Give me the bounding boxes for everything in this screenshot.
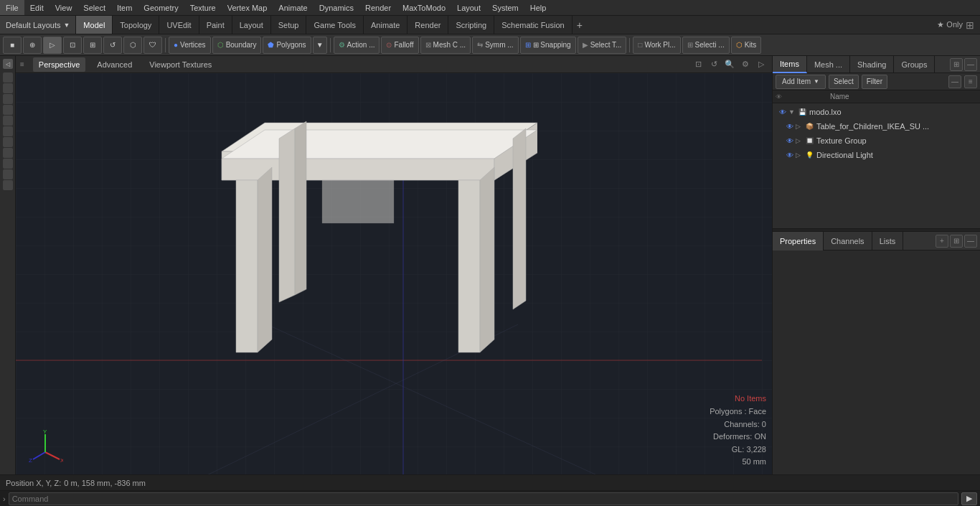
kits-icon: ⬡ xyxy=(736,41,743,49)
viewport-tab-perspective[interactable]: Perspective xyxy=(33,57,85,72)
items-collapse-btn[interactable]: — xyxy=(948,75,961,88)
tree-item-table[interactable]: 👁 ▷ 📦 Table_for_Children_IKEA_SU ... xyxy=(774,119,979,133)
menu-geometry[interactable]: Geometry xyxy=(138,0,184,15)
selecti-btn[interactable]: ⊞ Selecti ... xyxy=(682,37,730,54)
expand-icon-light[interactable]: ▷ xyxy=(796,151,804,159)
panel-collapse-btn[interactable]: — xyxy=(964,58,977,71)
menu-system[interactable]: System xyxy=(486,0,524,15)
polygons-mode-btn[interactable]: ⬟ Polygons xyxy=(263,37,311,54)
add-item-button[interactable]: Add Item ▼ xyxy=(776,75,826,89)
viewport-fit-btn[interactable]: ⊡ xyxy=(692,58,705,71)
svg-marker-15 xyxy=(279,128,295,302)
tool-grid-btn[interactable]: ⊞ xyxy=(83,37,102,54)
eye-icon-table[interactable]: 👁 xyxy=(784,121,796,132)
viewport-tab-advanced[interactable]: Advanced xyxy=(91,57,138,72)
viewport-expand-btn[interactable]: ▷ xyxy=(755,58,768,71)
menu-layout[interactable]: Layout xyxy=(451,0,486,15)
menu-view[interactable]: View xyxy=(50,0,78,15)
tree-item-light[interactable]: 👁 ▷ 💡 Directional Light xyxy=(774,148,979,162)
menu-select[interactable]: Select xyxy=(77,0,111,15)
command-go-button[interactable]: ▶ xyxy=(961,492,977,505)
menu-help[interactable]: Help xyxy=(524,0,552,15)
symmetry-btn[interactable]: ⇆ Symm ... xyxy=(472,37,518,54)
prop-tab-lists[interactable]: Lists xyxy=(872,232,904,250)
sidebar-dot-1 xyxy=(3,72,13,83)
prop-tab-properties[interactable]: Properties xyxy=(773,232,824,250)
viewport-refresh-btn[interactable]: ↺ xyxy=(707,58,720,71)
viewport-tab-textures[interactable]: Viewport Textures xyxy=(143,57,217,72)
col-name-header: Name xyxy=(787,93,977,100)
filter-btn[interactable]: Filter xyxy=(862,75,887,89)
menu-edit[interactable]: Edit xyxy=(24,0,50,15)
boundary-mode-btn[interactable]: ⬡ Boundary xyxy=(212,37,262,54)
items-menu-btn[interactable]: ≡ xyxy=(964,75,977,88)
layout-tab-model[interactable]: Model xyxy=(76,16,113,34)
layout-tab-layout[interactable]: Layout xyxy=(232,16,271,34)
vertices-mode-btn[interactable]: ● Vertices xyxy=(169,37,211,54)
menu-item[interactable]: Item xyxy=(111,0,138,15)
mesh-btn[interactable]: ⊠ Mesh C ... xyxy=(420,37,471,54)
layout-tab-uvedit[interactable]: UVEdit xyxy=(159,16,199,34)
select-btn[interactable]: Select xyxy=(829,75,859,89)
prop-tab-channels[interactable]: Channels xyxy=(824,232,872,250)
expand-icon-root[interactable]: ▼ xyxy=(788,108,797,116)
layout-tab-render[interactable]: Render xyxy=(407,16,448,34)
tool-box-select-btn[interactable]: ⊡ xyxy=(63,37,82,54)
eye-icon-light[interactable]: 👁 xyxy=(784,149,796,161)
menu-texture[interactable]: Texture xyxy=(184,0,222,15)
sidebar-toggle[interactable]: ◁ xyxy=(3,59,13,69)
menu-file[interactable]: File xyxy=(0,0,24,15)
tool-shield-btn[interactable]: 🛡 xyxy=(143,37,162,54)
menu-dynamics[interactable]: Dynamics xyxy=(314,0,359,15)
prop-expand-btn[interactable]: ⊞ xyxy=(950,235,963,248)
workpl-btn[interactable]: □ Work Pl... xyxy=(633,37,680,54)
panel-tab-groups[interactable]: Groups xyxy=(894,56,935,73)
layout-tab-paint[interactable]: Paint xyxy=(199,16,232,34)
expand-icon[interactable]: ⊞ xyxy=(966,19,974,31)
menu-vertexmap[interactable]: Vertex Map xyxy=(222,0,273,15)
sidebar-dot-6 xyxy=(3,126,13,136)
menu-render[interactable]: Render xyxy=(359,0,397,15)
layout-tab-add[interactable]: + xyxy=(573,16,587,34)
tool-globe-btn[interactable]: ⊕ xyxy=(23,37,42,54)
viewport-settings-btn[interactable]: ⚙ xyxy=(739,58,752,71)
action-btn[interactable]: ⚙ Action ... xyxy=(334,37,380,54)
expand-icon-table[interactable]: ▷ xyxy=(796,123,804,130)
command-input[interactable] xyxy=(9,492,958,505)
expand-icon-texture[interactable]: ▷ xyxy=(796,137,804,144)
col-visibility: 👁 xyxy=(776,93,787,100)
tool-select-btn[interactable]: ■ xyxy=(3,37,22,54)
toolbar: ■ ⊕ ▷ ⊡ ⊞ ↺ ⬡ 🛡 ● Vertices ⬡ Boundary ⬟ … xyxy=(0,34,980,56)
eye-icon-texture[interactable]: 👁 xyxy=(784,135,796,146)
layout-tab-animate[interactable]: Animate xyxy=(364,16,407,34)
layout-tab-schematic[interactable]: Schematic Fusion xyxy=(494,16,572,34)
kits-btn[interactable]: ⬡ Kits xyxy=(731,37,762,54)
tree-item-texture[interactable]: 👁 ▷ 🔲 Texture Group xyxy=(774,133,979,148)
eye-icon-root[interactable]: 👁 xyxy=(777,106,788,118)
tool-arrow-btn[interactable]: ▷ xyxy=(43,37,62,54)
svg-marker-17 xyxy=(513,128,526,309)
mode4-btn[interactable]: ▼ xyxy=(313,37,327,54)
layout-dropdown[interactable]: Default Layouts ▼ xyxy=(0,16,76,34)
falloff-btn[interactable]: ⊙ Falloff xyxy=(381,37,418,54)
menu-maxtomodo[interactable]: MaxToModo xyxy=(397,0,451,15)
layout-tab-setup[interactable]: Setup xyxy=(271,16,307,34)
selectt-btn[interactable]: ▶ Select T... xyxy=(578,37,627,54)
panel-tab-shading[interactable]: Shading xyxy=(850,56,894,73)
3d-viewport[interactable]: X Z Y No Items Polygons : Face Channels:… xyxy=(16,73,772,474)
tool-hex-btn[interactable]: ⬡ xyxy=(123,37,142,54)
snapping-btn[interactable]: ⊞ ⊞ Snapping xyxy=(520,37,576,54)
prop-collapse-btn[interactable]: — xyxy=(964,235,977,248)
layout-tab-scripting[interactable]: Scripting xyxy=(448,16,494,34)
layout-tab-topology[interactable]: Topology xyxy=(113,16,159,34)
prop-add-btn[interactable]: + xyxy=(936,235,948,248)
viewport-search-btn[interactable]: 🔍 xyxy=(723,58,736,71)
panel-tab-mesh[interactable]: Mesh ... xyxy=(807,56,850,73)
tool-rotate-btn[interactable]: ↺ xyxy=(103,37,122,54)
tree-item-root[interactable]: 👁 ▼ 💾 modo.lxo xyxy=(774,105,979,119)
panel-expand-btn[interactable]: ⊞ xyxy=(950,58,963,71)
panel-tab-items[interactable]: Items xyxy=(773,56,807,73)
sidebar-dot-8 xyxy=(3,148,13,158)
menu-animate[interactable]: Animate xyxy=(273,0,313,15)
layout-tab-gametools[interactable]: Game Tools xyxy=(306,16,364,34)
